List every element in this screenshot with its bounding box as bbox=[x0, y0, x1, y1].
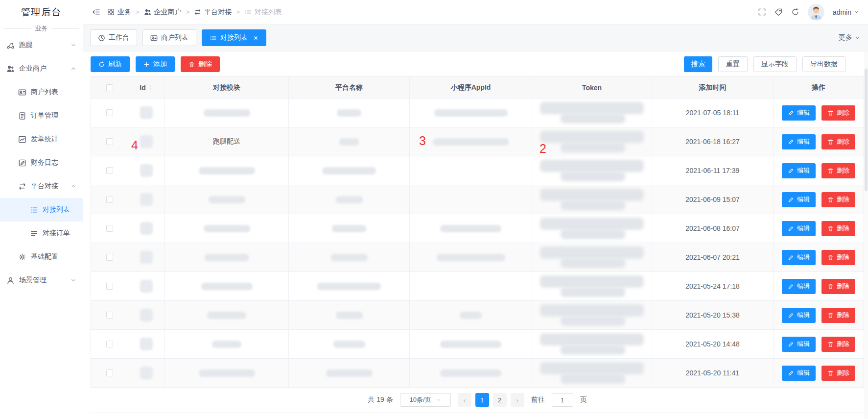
delete-row-button[interactable]: 删除 bbox=[821, 163, 855, 178]
refresh-button[interactable]: 刷新 bbox=[91, 56, 130, 72]
column-header-添加时间: 添加时间 bbox=[652, 77, 774, 99]
trash-icon bbox=[827, 225, 834, 232]
sidebar-item-对接订单[interactable]: 对接订单 bbox=[0, 222, 83, 245]
redacted-token bbox=[532, 215, 652, 242]
table-row: 2021-06-08 16:07 编辑 删除 bbox=[91, 214, 864, 243]
cell-added-time: 2021-05-24 17:18 bbox=[652, 272, 774, 301]
tab-商户列表[interactable]: 商户列表 bbox=[142, 29, 196, 46]
sidebar-item-财务日志[interactable]: 财务日志 bbox=[0, 151, 83, 174]
edit-row-button[interactable]: 编辑 bbox=[782, 308, 816, 323]
cell-actions: 编辑 删除 bbox=[774, 330, 864, 359]
reset-button[interactable]: 重置 bbox=[718, 56, 748, 72]
row-checkbox[interactable] bbox=[106, 341, 113, 347]
next-page-button[interactable]: › bbox=[511, 393, 524, 407]
sidebar-item-订单管理[interactable]: 订单管理 bbox=[0, 104, 83, 127]
edit-row-button[interactable]: 编辑 bbox=[782, 221, 816, 236]
sidebar-item-商户列表[interactable]: 商户列表 bbox=[0, 80, 83, 104]
cell-added-time: 2021-06-07 20:21 bbox=[652, 243, 774, 272]
page-size-select[interactable]: 10条/页 bbox=[400, 393, 451, 407]
edit-row-button[interactable]: 编辑 bbox=[782, 192, 816, 207]
sidebar-item-对接列表[interactable]: 对接列表 bbox=[0, 198, 83, 222]
sidebar-item-跑腿[interactable]: 跑腿 bbox=[0, 33, 83, 57]
redacted-value bbox=[205, 254, 249, 261]
cell-token bbox=[532, 330, 652, 359]
redacted-value bbox=[140, 309, 153, 321]
row-checkbox[interactable] bbox=[106, 254, 113, 261]
row-checkbox[interactable] bbox=[106, 109, 113, 116]
row-checkbox[interactable] bbox=[106, 370, 113, 376]
select-all-checkbox[interactable] bbox=[106, 84, 113, 91]
column-header-id[interactable]: Id bbox=[128, 77, 165, 99]
delete-button[interactable]: 删除 bbox=[181, 56, 220, 72]
cell-module bbox=[165, 156, 289, 185]
more-dropdown[interactable]: 更多 bbox=[839, 33, 861, 42]
tab-工作台[interactable]: 工作台 bbox=[90, 29, 137, 46]
close-tab-icon[interactable] bbox=[253, 35, 258, 41]
delete-row-button[interactable]: 删除 bbox=[821, 134, 855, 149]
sidebar-item-场景管理[interactable]: 场景管理 bbox=[0, 269, 83, 292]
editdoc-icon bbox=[18, 159, 26, 167]
search-button[interactable]: 搜索 bbox=[684, 56, 712, 72]
edit-row-button[interactable]: 编辑 bbox=[782, 279, 816, 294]
fullscreen-icon[interactable] bbox=[758, 8, 766, 16]
add-button[interactable]: 添加 bbox=[136, 56, 175, 72]
row-checkbox[interactable] bbox=[106, 138, 113, 145]
row-checkbox[interactable] bbox=[106, 225, 113, 232]
sidebar-item-label: 基础配置 bbox=[31, 252, 58, 261]
refresh-page-icon[interactable] bbox=[791, 8, 799, 16]
cell-added-time: 2021-05-20 11:41 bbox=[652, 359, 774, 388]
delete-row-button[interactable]: 删除 bbox=[821, 308, 855, 323]
pencil-icon bbox=[788, 341, 794, 347]
edit-row-button[interactable]: 编辑 bbox=[782, 366, 816, 381]
row-checkbox[interactable] bbox=[106, 196, 113, 203]
redacted-token bbox=[532, 186, 652, 213]
avatar[interactable] bbox=[808, 4, 824, 21]
delete-row-button[interactable]: 删除 bbox=[821, 192, 855, 207]
sidebar-item-基础配置[interactable]: 基础配置 bbox=[0, 245, 83, 269]
page-button-1[interactable]: 1 bbox=[475, 393, 489, 407]
redacted-value bbox=[207, 312, 246, 319]
delete-row-button[interactable]: 删除 bbox=[821, 279, 855, 294]
goto-page-input[interactable] bbox=[552, 393, 573, 407]
delete-row-button[interactable]: 删除 bbox=[821, 105, 855, 121]
collapse-sidebar-icon[interactable] bbox=[92, 8, 100, 16]
scrollbar-thumb[interactable] bbox=[865, 69, 868, 191]
sidebar-item-发单统计[interactable]: 发单统计 bbox=[0, 127, 83, 151]
prev-page-button[interactable]: ‹ bbox=[458, 393, 471, 407]
breadcrumb-item-平台对接[interactable]: 平台对接 bbox=[194, 8, 232, 17]
cell-platform bbox=[289, 185, 410, 214]
row-checkbox[interactable] bbox=[106, 167, 113, 174]
sidebar-item-企业商户[interactable]: 企业商户 bbox=[0, 57, 83, 80]
tag-icon[interactable] bbox=[774, 8, 783, 16]
page-button-2[interactable]: 2 bbox=[493, 393, 507, 407]
pencil-icon bbox=[788, 312, 794, 319]
sidebar-item-平台对接[interactable]: 平台对接 bbox=[0, 174, 83, 198]
cell-token bbox=[532, 185, 652, 214]
export-data-button[interactable]: 导出数据 bbox=[802, 56, 845, 72]
row-checkbox[interactable] bbox=[106, 312, 113, 319]
edit-row-button[interactable]: 编辑 bbox=[782, 250, 816, 265]
cell-token bbox=[532, 214, 652, 243]
edit-row-button[interactable]: 编辑 bbox=[782, 163, 816, 178]
delete-row-button[interactable]: 删除 bbox=[821, 221, 855, 236]
vertical-scrollbar[interactable] bbox=[864, 51, 868, 419]
trash-icon bbox=[827, 168, 834, 174]
tab-对接列表[interactable]: 对接列表 bbox=[202, 29, 266, 46]
breadcrumb-item-企业商户[interactable]: 企业商户 bbox=[144, 8, 182, 17]
list2-icon bbox=[30, 229, 38, 238]
delete-row-button[interactable]: 删除 bbox=[821, 366, 855, 381]
delete-row-button[interactable]: 删除 bbox=[821, 337, 855, 352]
breadcrumb-item-对接列表[interactable]: 对接列表 bbox=[244, 8, 282, 17]
edit-row-button[interactable]: 编辑 bbox=[782, 105, 816, 121]
delete-row-button[interactable]: 删除 bbox=[821, 250, 855, 265]
sidebar: 管理后台 业务 跑腿 企业商户 商户列表 订单管理 发单统计 财务日志 平台对接 bbox=[0, 0, 83, 419]
edit-row-button[interactable]: 编辑 bbox=[782, 337, 816, 352]
edit-row-button[interactable]: 编辑 bbox=[782, 134, 816, 149]
row-checkbox[interactable] bbox=[106, 283, 113, 290]
show-fields-button[interactable]: 显示字段 bbox=[753, 56, 797, 72]
cell-id bbox=[128, 301, 165, 330]
user-menu[interactable]: admin bbox=[833, 8, 859, 16]
cell-added-time: 2021-06-08 16:07 bbox=[652, 214, 774, 243]
redacted-token bbox=[532, 302, 652, 328]
breadcrumb-item-业务[interactable]: 业务 bbox=[107, 8, 131, 17]
